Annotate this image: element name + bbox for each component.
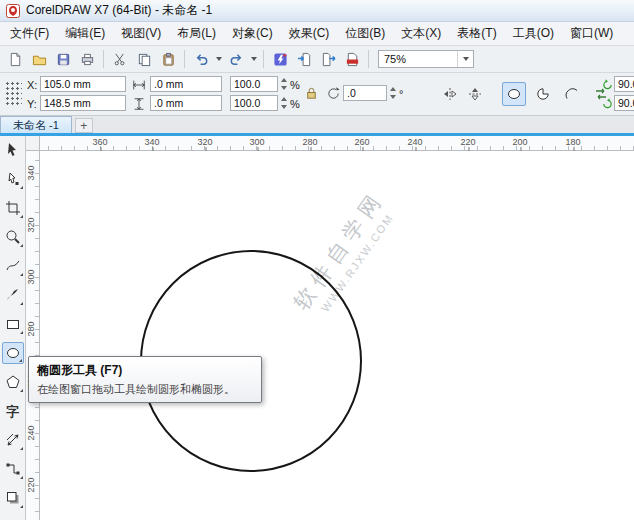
document-tab[interactable]: 未命名 -1 (0, 116, 72, 133)
vruler-label: 220 (26, 475, 38, 495)
start-angle-input[interactable] (614, 76, 634, 92)
spin-up-icon[interactable] (281, 97, 287, 101)
redo-dropdown-button[interactable] (249, 48, 258, 70)
open-button[interactable] (28, 48, 50, 70)
property-bar: X: Y: % % ° (0, 73, 634, 116)
x-position-input[interactable] (40, 76, 126, 92)
menu-view[interactable]: 视图(V) (113, 22, 169, 45)
zoom-tool[interactable] (2, 226, 24, 248)
hruler-label: 220 (460, 137, 475, 147)
toolbar-separator (184, 50, 185, 68)
freehand-tool[interactable] (2, 255, 24, 277)
menu-bitmaps[interactable]: 位图(B) (337, 22, 393, 45)
ellipse-icon (506, 86, 522, 102)
pie-mode-button[interactable] (531, 82, 555, 106)
toolbar-separator (103, 50, 104, 68)
chevron-down-icon (216, 57, 222, 61)
shape-tool[interactable] (2, 168, 24, 190)
scale-y-spinner[interactable] (279, 95, 288, 111)
rotation-angle-input[interactable] (343, 85, 387, 101)
crop-tool[interactable] (2, 197, 24, 219)
dimension-tool-icon (5, 432, 21, 448)
new-document-button[interactable] (4, 48, 26, 70)
spin-up-icon[interactable] (390, 87, 396, 91)
undo-button[interactable] (190, 48, 212, 70)
spin-down-icon[interactable] (281, 105, 287, 109)
pick-tool[interactable] (2, 139, 24, 161)
menu-tools[interactable]: 工具(O) (505, 22, 562, 45)
menu-text[interactable]: 文本(X) (393, 22, 449, 45)
scale-x-input[interactable] (230, 76, 278, 92)
import-button[interactable] (293, 48, 315, 70)
hruler-label: 300 (249, 137, 264, 147)
mirror-horizontal-button[interactable] (438, 82, 462, 106)
scale-x-spinner[interactable] (279, 76, 288, 92)
ruler-origin[interactable] (26, 136, 40, 151)
print-button[interactable] (76, 48, 98, 70)
vruler-label: 320 (26, 215, 38, 235)
spin-up-icon[interactable] (281, 78, 287, 82)
drop-shadow-tool[interactable] (2, 487, 24, 509)
save-button[interactable] (52, 48, 74, 70)
scale-y-input[interactable] (230, 95, 278, 111)
start-angle-icon (601, 78, 614, 91)
object-height-input[interactable] (150, 95, 222, 111)
straight-line-connector-tool[interactable] (2, 458, 24, 480)
app-icon (6, 4, 20, 18)
menu-edit[interactable]: 编辑(E) (57, 22, 113, 45)
end-angle-input[interactable] (614, 95, 634, 111)
app-launcher-icon (273, 52, 288, 67)
rectangle-tool[interactable] (2, 313, 24, 335)
chevron-down-icon (463, 57, 469, 61)
rotation-angle-icon (326, 86, 341, 101)
vertical-ruler[interactable]: 340 320 300 280 260 240 220 (26, 151, 40, 520)
pick-tool-icon (5, 142, 21, 158)
app-launcher-button[interactable] (269, 48, 291, 70)
copy-icon (137, 52, 152, 67)
standard-toolbar: 75% (0, 46, 634, 73)
horizontal-ruler[interactable]: 360 340 320 300 280 260 240 220 200 180 (40, 136, 634, 151)
undo-dropdown-button[interactable] (214, 48, 223, 70)
menu-file[interactable]: 文件(F) (2, 22, 57, 45)
magnifier-icon (5, 229, 21, 245)
new-tab-button[interactable]: + (75, 118, 93, 133)
menu-table[interactable]: 表格(T) (449, 22, 504, 45)
menu-window[interactable]: 窗口(W) (562, 22, 621, 45)
spin-down-icon[interactable] (281, 86, 287, 90)
zoom-level-combobox[interactable]: 75% (378, 50, 474, 68)
y-position-input[interactable] (40, 95, 126, 111)
mirror-vertical-button[interactable] (463, 82, 487, 106)
paste-button[interactable] (157, 48, 179, 70)
window-title: CorelDRAW X7 (64-Bit) - 未命名 -1 (26, 2, 212, 19)
grid-icon (5, 81, 22, 107)
vruler-label: 240 (26, 423, 38, 443)
ellipse-tool[interactable] (2, 342, 24, 364)
cut-button[interactable] (109, 48, 131, 70)
zoom-dropdown-button[interactable] (457, 51, 473, 67)
polygon-tool[interactable] (2, 371, 24, 393)
freehand-tool-icon (5, 258, 21, 274)
hruler-label: 200 (512, 137, 527, 147)
publish-pdf-button[interactable] (341, 48, 363, 70)
redo-button[interactable] (225, 48, 247, 70)
document-tab-bar: 未命名 -1 + (0, 116, 634, 136)
x-label: X: (27, 79, 37, 91)
artistic-media-icon (5, 287, 21, 303)
menu-object[interactable]: 对象(C) (224, 22, 281, 45)
copy-button[interactable] (133, 48, 155, 70)
drawing-canvas[interactable]: 软件自学网 WWW.RJXW.COM (40, 151, 634, 520)
text-tool[interactable]: 字 (2, 400, 24, 422)
object-width-input[interactable] (150, 76, 222, 92)
rotation-angle-spinner[interactable] (388, 85, 397, 101)
lock-ratio-button[interactable] (304, 86, 319, 101)
export-button[interactable] (317, 48, 339, 70)
spin-down-icon[interactable] (390, 95, 396, 99)
parallel-dimension-tool[interactable] (2, 429, 24, 451)
ellipse-mode-button[interactable] (502, 82, 526, 106)
artistic-media-tool[interactable] (2, 284, 24, 306)
canvas-column: 360 340 320 300 280 260 240 220 200 180 … (40, 136, 634, 520)
menu-layout[interactable]: 布局(L) (169, 22, 224, 45)
arc-mode-button[interactable] (560, 82, 584, 106)
menu-effects[interactable]: 效果(C) (281, 22, 338, 45)
vruler-label: 300 (26, 267, 38, 287)
